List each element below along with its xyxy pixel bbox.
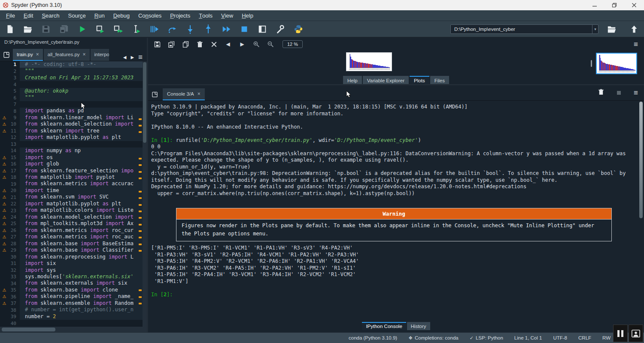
- code-line[interactable]: ⚠ 15 import os: [0, 154, 147, 161]
- code-line-text[interactable]: from matplotlib import pyplot: [20, 174, 147, 181]
- code-line[interactable]: ⚠ 36 from sklearn.pipeline import _name_: [0, 293, 147, 300]
- step-into-icon[interactable]: [185, 24, 196, 35]
- menu-item[interactable]: Run: [90, 10, 109, 21]
- continue-icon[interactable]: [221, 24, 232, 35]
- line-number[interactable]: 40: [9, 321, 20, 326]
- line-number[interactable]: 31: [9, 261, 20, 266]
- line-number[interactable]: 36: [9, 294, 20, 300]
- code-line[interactable]: ⚠ 11 from sklearn import tree: [0, 128, 147, 134]
- preferences-icon[interactable]: [275, 24, 286, 35]
- line-number[interactable]: 39: [9, 314, 20, 319]
- line-number[interactable]: 25: [9, 221, 20, 226]
- pane-tab[interactable]: Variable Explorer: [363, 76, 409, 84]
- code-line-text[interactable]: # number = int(get_ipython().user_n: [20, 307, 147, 313]
- code-line[interactable]: ⚠ 40: [0, 320, 147, 326]
- line-number[interactable]: 29: [9, 247, 20, 253]
- code-line-text[interactable]: import matplotlib.pyplot as plt: [20, 134, 147, 141]
- code-line-text[interactable]: # -*- coding: utf-8 -*-: [20, 61, 147, 68]
- console-output[interactable]: Python 3.10.9 | packaged by Anaconda, In…: [148, 101, 644, 322]
- line-number[interactable]: 2: [9, 69, 20, 74]
- line-number[interactable]: 1: [9, 62, 20, 67]
- scrollbar-thumb[interactable]: [143, 62, 146, 143]
- code-editor[interactable]: ⚠ 1 # -*- coding: utf-8 -*- ⚠ 2 """ ⚠ 3 …: [0, 61, 147, 327]
- code-line[interactable]: ⚠ 35 from sklearn.base import clone: [0, 287, 147, 293]
- code-line[interactable]: ⚠ 38 # number = int(get_ipython().user_n: [0, 307, 147, 313]
- line-number[interactable]: 34: [9, 281, 20, 286]
- code-line-text[interactable]: import six: [20, 260, 147, 267]
- code-line[interactable]: ⚠ 21 from sklearn.svm import SVC: [0, 194, 147, 200]
- run-cell-advance-icon[interactable]: [112, 24, 124, 35]
- remove-console-icon[interactable]: [598, 89, 604, 97]
- code-line[interactable]: ⚠ 27 from sklearn.metrics import roc_auc: [0, 234, 147, 240]
- pause-overlay-button[interactable]: [613, 325, 628, 342]
- code-line-text[interactable]: import numpy as np: [20, 147, 147, 154]
- code-line[interactable]: ⚠ 1 # -*- coding: utf-8 -*-: [0, 61, 147, 68]
- step-over-icon[interactable]: [167, 24, 178, 35]
- line-number[interactable]: 21: [9, 195, 20, 200]
- code-line-text[interactable]: from matplotlib.colors import Liste: [20, 207, 147, 214]
- line-number[interactable]: 32: [9, 268, 20, 273]
- code-line[interactable]: ⚠ 22 import matplotlib.pyplot as plt: [0, 201, 147, 207]
- code-line[interactable]: ⚠ 20 import time: [0, 187, 147, 194]
- code-line[interactable]: ⚠ 23 from matplotlib.colors import Liste: [0, 207, 147, 214]
- code-line-text[interactable]: sys.modules['sklearn.externals.six': [20, 274, 147, 280]
- run-selection-icon[interactable]: [131, 24, 142, 35]
- code-line[interactable]: ⚠ 17 from sklearn.feature_selection impo: [0, 168, 147, 174]
- code-line-text[interactable]: import matplotlib.pyplot as plt: [20, 201, 147, 207]
- code-line-text[interactable]: """: [20, 68, 147, 74]
- code-line-text[interactable]: import glob: [20, 161, 147, 167]
- line-number[interactable]: 11: [9, 128, 20, 134]
- editor-horizontal-scrollbar[interactable]: [0, 327, 147, 332]
- close-icon[interactable]: ×: [197, 91, 200, 97]
- close-icon[interactable]: ×: [36, 51, 39, 57]
- minimize-button[interactable]: [585, 0, 605, 10]
- python-env-icon[interactable]: [293, 24, 304, 35]
- menu-item[interactable]: Help: [237, 10, 258, 21]
- code-line-text[interactable]: from sklearn.model_selection import: [20, 214, 147, 220]
- next-plot-icon[interactable]: ▶: [238, 40, 246, 48]
- previous-plot-icon[interactable]: ◀: [224, 40, 232, 48]
- menu-item[interactable]: Edit: [19, 10, 37, 21]
- code-line[interactable]: ⚠ 12 import matplotlib.pyplot as plt: [0, 134, 147, 141]
- code-line-text[interactable]: from sklearn.base import clone: [20, 287, 147, 293]
- code-line[interactable]: ⚠ 7: [0, 101, 147, 108]
- line-number[interactable]: 35: [9, 287, 20, 293]
- scrollbar-thumb[interactable]: [2, 328, 55, 331]
- line-number[interactable]: 8: [9, 108, 20, 114]
- code-line-text[interactable]: from mpl_toolkits.mplot3d import Ax: [20, 220, 147, 227]
- save-all-plots-icon[interactable]: [167, 40, 175, 48]
- line-number[interactable]: 33: [9, 274, 20, 280]
- menu-item[interactable]: Consoles: [134, 10, 166, 21]
- code-line[interactable]: ⚠ 2 """: [0, 68, 147, 74]
- line-number[interactable]: 12: [9, 135, 20, 140]
- code-line[interactable]: ⚠ 28 from sklearn.base import BaseEstima: [0, 241, 147, 247]
- stop-icon[interactable]: [239, 24, 250, 35]
- parent-directory-icon[interactable]: [629, 24, 640, 35]
- menu-item[interactable]: Projects: [166, 10, 194, 21]
- menu-item[interactable]: Search: [37, 10, 64, 21]
- plot-thumbnail-selected[interactable]: [596, 53, 637, 74]
- line-number[interactable]: 17: [9, 168, 20, 174]
- save-plot-icon[interactable]: [153, 40, 161, 48]
- console-tab[interactable]: Console 3/A ×: [163, 88, 205, 100]
- code-line[interactable]: ⚠ 14 import numpy as np: [0, 147, 147, 154]
- code-line-text[interactable]: from sklearn.preprocessing import L: [20, 254, 147, 260]
- code-line-text[interactable]: from sklearn.base import Classifier: [20, 247, 147, 253]
- open-file-icon[interactable]: [22, 24, 33, 35]
- copy-plot-icon[interactable]: [182, 40, 189, 48]
- editor-tab[interactable]: interpolation: [91, 49, 109, 61]
- restore-button[interactable]: [605, 0, 624, 10]
- menu-item[interactable]: File: [2, 10, 19, 21]
- line-number[interactable]: 14: [9, 148, 20, 153]
- pane-tab[interactable]: Plots: [410, 76, 429, 84]
- plots-options-menu-icon[interactable]: ≡: [634, 41, 644, 48]
- zoom-in-icon[interactable]: [252, 40, 260, 48]
- code-line[interactable]: ⚠ 9 from sklearn.linear_model import Li: [0, 114, 147, 121]
- line-number[interactable]: 20: [9, 188, 20, 193]
- line-number[interactable]: 4: [9, 82, 20, 87]
- code-line-text[interactable]: """: [20, 94, 147, 101]
- code-line[interactable]: ⚠ 34 from sklearn.externals import six: [0, 280, 147, 286]
- code-line[interactable]: ⚠ 30 from sklearn.preprocessing import L: [0, 254, 147, 260]
- step-out-icon[interactable]: [203, 24, 214, 35]
- close-button[interactable]: [624, 0, 644, 10]
